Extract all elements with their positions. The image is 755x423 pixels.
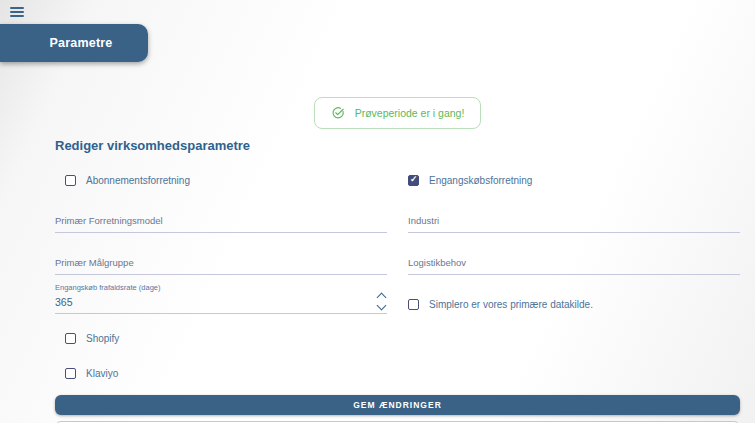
field-logistikbehov [408, 252, 740, 275]
number-stepper[interactable] [378, 294, 387, 309]
hamburger-menu-icon[interactable] [10, 7, 24, 17]
page-title: Rediger virksomhedsparametre [55, 138, 740, 153]
industri-input[interactable] [408, 212, 740, 233]
top-bar [0, 0, 755, 24]
checkbox-label: Simplero er vores primære datakilde. [429, 299, 593, 310]
trial-period-text: Prøveperiode er i gang! [355, 107, 465, 119]
logistikbehov-input[interactable] [408, 254, 740, 275]
check-circle-icon [331, 106, 345, 120]
tab-parametre[interactable]: Parametre [0, 24, 148, 62]
field-primaer-maalgruppe [55, 252, 387, 275]
tab-parametre-label: Parametre [50, 36, 113, 50]
trial-period-banner: Prøveperiode er i gang! [314, 97, 482, 129]
checkbox-box[interactable] [408, 175, 419, 186]
checkbox-abonnementsforretning[interactable]: Abonnementsforretning [65, 175, 387, 186]
checkbox-klaviyo[interactable]: Klaviyo [65, 368, 740, 379]
checkbox-shopify[interactable]: Shopify [65, 333, 740, 344]
checkbox-label: Shopify [86, 333, 119, 344]
checkbox-box[interactable] [65, 175, 76, 186]
frafaldsrate-label: Engangskøb frafaldsrate (dage) [55, 283, 387, 292]
field-frafaldsrate: Engangskøb frafaldsrate (dage) [55, 283, 387, 314]
checkbox-box[interactable] [408, 299, 419, 310]
frafaldsrate-input[interactable] [55, 296, 378, 308]
checkbox-engangskoebsforretning[interactable]: Engangskøbsforretning [408, 175, 740, 186]
parameters-page: Parametre Prøveperiode er i gang! Redige… [0, 0, 755, 423]
checkbox-box[interactable] [65, 333, 76, 344]
field-industri [408, 210, 740, 233]
checkbox-box[interactable] [65, 368, 76, 379]
save-changes-button[interactable]: GEM ÆNDRINGER [55, 395, 740, 415]
checkbox-label: Klaviyo [86, 368, 118, 379]
primaer-forretningsmodel-input[interactable] [55, 212, 387, 233]
stepper-down-icon[interactable] [377, 301, 387, 311]
checkbox-simplero-datakilde[interactable]: Simplero er vores primære datakilde. [408, 299, 593, 310]
primaer-maalgruppe-input[interactable] [55, 254, 387, 275]
field-primaer-forretningsmodel [55, 210, 387, 233]
checkbox-label: Abonnementsforretning [86, 175, 190, 186]
checkbox-label: Engangskøbsforretning [429, 175, 532, 186]
content-area: Prøveperiode er i gang! Rediger virksomh… [55, 97, 740, 423]
